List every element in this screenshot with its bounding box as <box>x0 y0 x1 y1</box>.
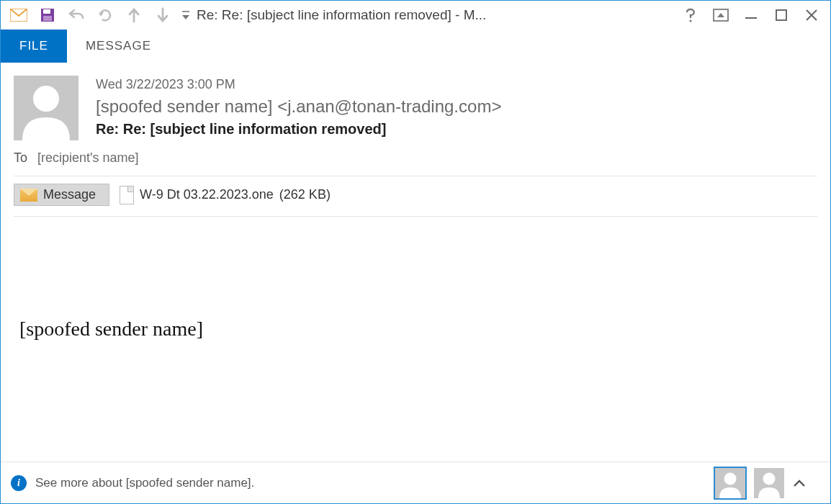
header-lines: Wed 3/22/2023 3:00 PM [spoofed sender na… <box>96 76 817 140</box>
svg-marker-9 <box>717 13 724 17</box>
chevron-up-icon[interactable] <box>793 479 817 487</box>
svg-point-15 <box>724 472 737 485</box>
close-icon[interactable] <box>797 3 826 27</box>
ribbon-tabs: FILE MESSAGE <box>1 30 830 63</box>
arrow-down-icon[interactable] <box>149 3 176 27</box>
title-bar: Re: Re: [subject line information remove… <box>1 1 830 30</box>
contact-avatar-selected[interactable] <box>715 468 745 498</box>
info-icon[interactable]: i <box>11 475 27 491</box>
svg-rect-3 <box>43 16 52 21</box>
to-label: To <box>14 150 27 166</box>
contact-avatar[interactable] <box>754 468 784 498</box>
attachment-name: W-9 Dt 03.22.2023.one <box>140 187 274 202</box>
message-from: [spoofed sender name] <j.anan@tonan-trad… <box>96 96 817 117</box>
svg-point-7 <box>689 19 691 22</box>
attachment-item[interactable]: W-9 Dt 03.22.2023.one (262 KB) <box>120 186 331 204</box>
arrow-up-icon[interactable] <box>120 3 148 27</box>
body-signature: [spoofed sender name] <box>19 318 812 348</box>
refresh-icon[interactable] <box>91 3 119 27</box>
file-icon <box>120 186 134 204</box>
svg-point-16 <box>763 472 776 485</box>
help-icon[interactable] <box>676 3 705 27</box>
minimize-icon[interactable] <box>737 3 765 27</box>
customize-qat-icon[interactable] <box>178 3 194 27</box>
message-date: Wed 3/22/2023 3:00 PM <box>96 77 817 92</box>
tab-message[interactable]: MESSAGE <box>67 30 170 63</box>
envelope-icon <box>20 189 37 202</box>
to-value: [recipient's name] <box>37 150 139 166</box>
svg-rect-2 <box>43 9 50 14</box>
svg-point-14 <box>33 86 59 112</box>
mail-icon[interactable] <box>5 3 32 27</box>
message-body: [spoofed sender name] <box>1 217 830 462</box>
tab-file[interactable]: FILE <box>1 30 67 63</box>
attachment-row: Message W-9 Dt 03.22.2023.one (262 KB) <box>1 176 830 216</box>
svg-rect-11 <box>776 10 786 20</box>
window-controls <box>676 3 826 27</box>
save-icon[interactable] <box>34 3 61 27</box>
to-row: To [recipient's name] <box>1 148 830 176</box>
message-body-tab[interactable]: Message <box>14 184 109 206</box>
message-window: Re: Re: [subject line information remove… <box>0 0 831 504</box>
message-tab-label: Message <box>43 187 96 202</box>
svg-marker-6 <box>182 15 189 19</box>
message-header: Wed 3/22/2023 3:00 PM [spoofed sender na… <box>1 63 830 148</box>
sender-avatar <box>14 76 78 140</box>
message-subject: Re: Re: [subject line information remove… <box>96 121 817 138</box>
attachment-size: (262 KB) <box>279 187 331 202</box>
footer-text: See more about [spoofed sender name]. <box>35 476 706 490</box>
window-title: Re: Re: [subject line information remove… <box>194 7 676 23</box>
quick-access-toolbar <box>5 3 194 27</box>
popout-icon[interactable] <box>706 3 735 27</box>
people-pane-footer: i See more about [spoofed sender name]. <box>1 462 830 503</box>
maximize-icon[interactable] <box>767 3 796 27</box>
undo-icon[interactable] <box>63 3 90 27</box>
